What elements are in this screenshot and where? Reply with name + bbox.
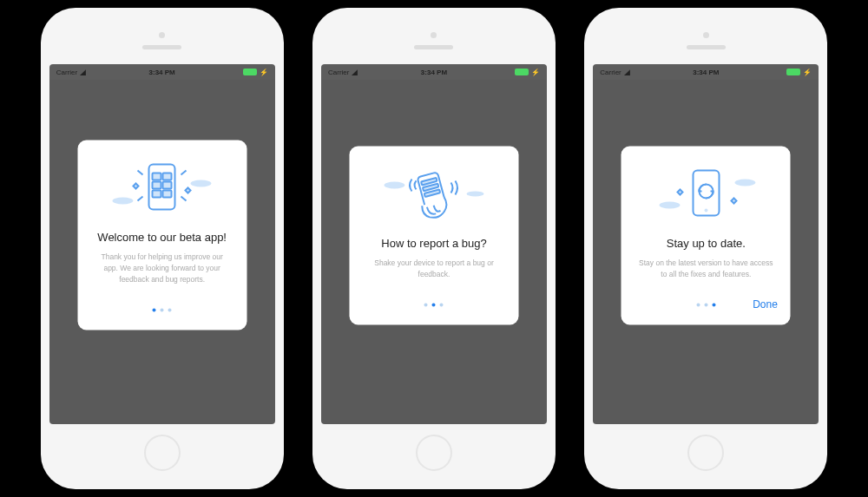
- card-body: Shake your device to report a bug or fee…: [362, 258, 505, 281]
- battery-icon: [515, 69, 529, 75]
- page-dot-3[interactable]: [440, 303, 444, 306]
- charging-icon: ⚡: [260, 69, 268, 76]
- phone-mockup-2: Carrier ◢ 3:34 PM ⚡: [312, 8, 556, 489]
- earpiece: [142, 45, 181, 49]
- page-dots: [153, 308, 172, 311]
- wifi-icon: ◢: [352, 68, 358, 76]
- status-right: ⚡: [243, 69, 268, 76]
- status-left: Carrier ◢: [600, 68, 629, 76]
- page-dot-2[interactable]: [161, 308, 164, 311]
- svg-rect-4: [163, 173, 172, 180]
- card-title: How to report a bug?: [381, 237, 486, 252]
- carrier-label: Carrier: [328, 69, 349, 76]
- phone-bottom: [687, 424, 724, 481]
- svg-line-9: [138, 170, 143, 174]
- status-bar: Carrier ◢ 3:34 PM ⚡: [321, 64, 547, 80]
- screen: Carrier ◢ 3:34 PM ⚡: [49, 64, 275, 424]
- home-button[interactable]: [416, 435, 452, 471]
- page-dot-1[interactable]: [696, 303, 700, 306]
- card-body: Thank you for helping us improve our app…: [90, 252, 233, 285]
- charging-icon: ⚡: [803, 69, 812, 76]
- page-dot-2[interactable]: [704, 303, 707, 306]
- card-title: Welcome to our beta app!: [97, 231, 227, 245]
- status-bar: Carrier ◢ 3:34 PM ⚡: [593, 64, 819, 80]
- status-bar: Carrier ◢ 3:34 PM ⚡: [49, 64, 275, 80]
- camera-dot: [703, 32, 709, 38]
- camera-dot: [431, 32, 437, 38]
- page-dot-2[interactable]: [432, 303, 436, 306]
- carrier-label: Carrier: [56, 69, 77, 76]
- phone-mockup-3: Carrier ◢ 3:34 PM ⚡: [584, 8, 827, 489]
- svg-point-13: [385, 181, 405, 188]
- svg-rect-6: [163, 181, 172, 188]
- phone-mockup-1: Carrier ◢ 3:34 PM ⚡: [41, 8, 284, 489]
- status-right: ⚡: [515, 69, 540, 76]
- card-footer: [362, 298, 505, 311]
- wifi-icon: ◢: [624, 68, 630, 76]
- screen: Carrier ◢ 3:34 PM ⚡: [321, 64, 547, 424]
- home-button[interactable]: [144, 435, 181, 471]
- charging-icon: ⚡: [531, 69, 540, 76]
- card-footer: Done: [635, 298, 778, 311]
- earpiece: [687, 45, 726, 49]
- svg-rect-3: [153, 173, 161, 180]
- welcome-phone-icon: [102, 157, 223, 218]
- phone-top: [321, 16, 547, 64]
- status-right: ⚡: [786, 69, 812, 76]
- page-dot-3[interactable]: [712, 303, 715, 306]
- phone-top: [49, 16, 275, 64]
- onboarding-card: Welcome to our beta app! Thank you for h…: [77, 140, 247, 330]
- done-button[interactable]: Done: [753, 298, 778, 311]
- svg-rect-7: [153, 190, 161, 197]
- svg-point-1: [191, 180, 212, 186]
- svg-point-19: [659, 201, 680, 208]
- svg-point-20: [734, 179, 755, 186]
- sync-phone-icon: [645, 163, 766, 224]
- home-button[interactable]: [687, 435, 724, 471]
- screen: Carrier ◢ 3:34 PM ⚡: [593, 64, 819, 424]
- status-left: Carrier ◢: [328, 68, 358, 76]
- page-dot-1[interactable]: [153, 308, 156, 311]
- svg-line-11: [138, 196, 143, 200]
- page-dot-1[interactable]: [424, 303, 428, 306]
- onboarding-card: Stay up to date. Stay on the latest vers…: [621, 146, 791, 324]
- page-dot-3[interactable]: [168, 308, 172, 311]
- phone-bottom: [416, 424, 452, 481]
- card-body: Stay on the latest version to have acces…: [635, 258, 778, 281]
- svg-rect-8: [163, 190, 172, 197]
- page-dots: [696, 303, 715, 306]
- status-left: Carrier ◢: [56, 68, 86, 76]
- svg-point-22: [704, 208, 707, 212]
- status-time: 3:34 PM: [693, 69, 719, 76]
- page-dots: [424, 303, 444, 306]
- status-time: 3:34 PM: [421, 69, 447, 76]
- card-footer: [90, 303, 233, 317]
- svg-line-10: [181, 170, 187, 174]
- wifi-icon: ◢: [80, 68, 86, 76]
- battery-icon: [243, 69, 257, 75]
- svg-point-14: [467, 191, 484, 196]
- card-title: Stay up to date.: [667, 237, 746, 252]
- phone-bottom: [144, 424, 181, 481]
- onboarding-card: How to report a bug? Shake your device t…: [349, 146, 518, 324]
- phone-top: [593, 16, 819, 64]
- shake-phone-icon: [373, 163, 495, 224]
- svg-point-0: [113, 197, 134, 204]
- carrier-label: Carrier: [600, 69, 621, 76]
- battery-icon: [786, 69, 800, 75]
- earpiece: [414, 45, 453, 49]
- svg-line-12: [181, 196, 187, 200]
- status-time: 3:34 PM: [149, 69, 175, 76]
- svg-rect-5: [153, 181, 161, 188]
- camera-dot: [159, 32, 165, 38]
